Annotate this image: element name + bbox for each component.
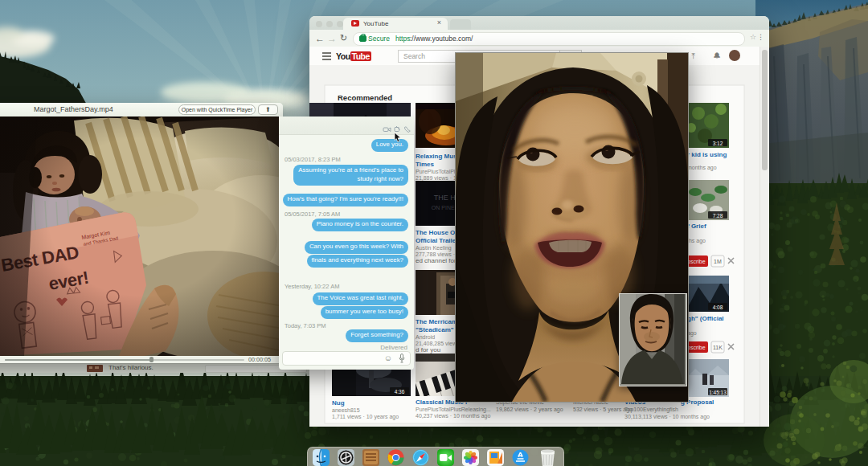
svg-text:40,237 views · 10 months ago: 40,237 views · 10 months ago — [416, 413, 490, 419]
svg-text:r kid is using: r kid is using — [687, 151, 727, 158]
svg-text:Recommended: Recommended — [338, 93, 392, 102]
svg-text:1M: 1M — [714, 259, 722, 264]
svg-text:ths ago: ths ago — [687, 238, 706, 244]
svg-text:d for you: d for you — [416, 346, 440, 354]
svg-text:4:08: 4:08 — [713, 305, 723, 310]
svg-text:months ago: months ago — [687, 165, 717, 171]
svg-text:532 views · 5 years ago: 532 views · 5 years ago — [573, 407, 633, 413]
svg-text:PurePlusTotalPlusReleasing...: PurePlusTotalPlusReleasing... — [416, 407, 491, 413]
svg-text:Top100Everythingfish: Top100Everythingfish — [624, 407, 678, 413]
svg-text:bscribe: bscribe — [687, 259, 706, 264]
svg-text:f Grief: f Grief — [687, 223, 706, 230]
svg-text:3:12: 3:12 — [713, 141, 723, 146]
svg-text:Times: Times — [416, 161, 435, 168]
svg-text:Android: Android — [416, 334, 435, 340]
svg-text:Austin Keeling: Austin Keeling — [416, 245, 452, 251]
svg-text:gh" (Official: gh" (Official — [687, 315, 724, 322]
svg-text:4:36: 4:36 — [395, 389, 405, 394]
svg-text:30,113,113 views · 10 months a: 30,113,113 views · 10 months ago — [624, 414, 710, 420]
svg-text:bscribe: bscribe — [687, 345, 706, 350]
svg-text:11K: 11K — [713, 345, 723, 350]
svg-text:1:45:13: 1:45:13 — [709, 390, 727, 395]
svg-text:1,711 views · 10 years ago: 1,711 views · 10 years ago — [332, 414, 399, 420]
svg-text:Official Trailer: Official Trailer — [416, 237, 458, 244]
svg-text:Nug: Nug — [332, 399, 345, 407]
svg-text:aneesh815: aneesh815 — [332, 407, 360, 413]
svg-text:19,862 views · 2 years ago: 19,862 views · 2 years ago — [496, 407, 563, 413]
svg-text:7:28: 7:28 — [713, 213, 723, 219]
